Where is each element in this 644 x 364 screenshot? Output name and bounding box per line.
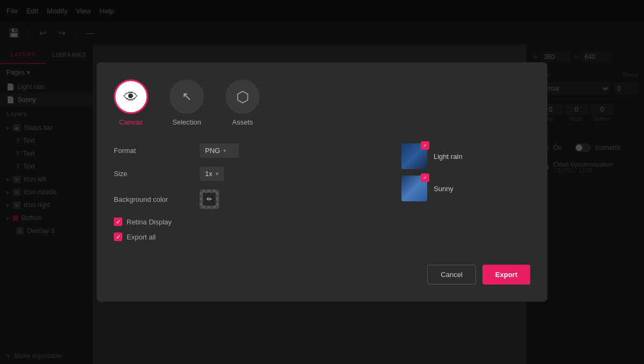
retina-label: Retina Display [127, 218, 172, 226]
canvas-tab-label: Canvas [119, 118, 143, 126]
preview-check-sunny[interactable]: ✓ [421, 173, 429, 182]
export-all-row: Export all [114, 232, 384, 241]
preview-item-light-rain: ✓ Light rain [401, 143, 530, 169]
modal-form: Format PNG ▾ Size 1x ▾ [114, 143, 384, 247]
dropdown-arrow-icon: ▾ [223, 148, 226, 154]
selection-tab-label: Selection [172, 118, 201, 126]
preview-thumb-container: ✓ [401, 143, 427, 169]
preview-label-sunny: Sunny [434, 185, 453, 193]
retina-checkbox[interactable] [114, 217, 122, 226]
size-row: Size 1x ▾ [114, 166, 384, 181]
format-value: PNG [205, 147, 220, 155]
size-label: Size [114, 170, 200, 178]
bg-color-swatch[interactable]: ✏ [200, 190, 219, 209]
size-dropdown[interactable]: 1x ▾ [200, 166, 224, 181]
modal-preview: ✓ Light rain ✓ Sunny [401, 143, 530, 247]
export-button[interactable]: Export [482, 265, 530, 285]
format-control: PNG ▾ [200, 143, 239, 158]
canvas-tab-icon: 👁 [114, 79, 148, 114]
selection-tab-icon: ↖ [170, 79, 204, 114]
assets-tab-label: Assets [232, 118, 253, 126]
modal-tab-assets[interactable]: ⬡ Assets [225, 79, 260, 126]
color-edit-icon[interactable]: ✏ [203, 193, 216, 206]
preview-thumb-container-sunny: ✓ [401, 176, 427, 201]
size-control: 1x ▾ [200, 166, 224, 181]
modal-body: Format PNG ▾ Size 1x ▾ [114, 143, 530, 247]
modal-tab-canvas[interactable]: 👁 Canvas [114, 79, 148, 126]
size-arrow-icon: ▾ [216, 171, 218, 177]
retina-row: Retina Display [114, 217, 384, 226]
bgcolor-label: Background color [114, 195, 200, 203]
format-row: Format PNG ▾ [114, 143, 384, 158]
preview-item-sunny: ✓ Sunny [401, 176, 530, 201]
assets-tab-icon: ⬡ [225, 79, 260, 114]
format-dropdown[interactable]: PNG ▾ [200, 143, 239, 158]
bgcolor-row: Background color ✏ [114, 190, 384, 209]
modal-overlay: 👁 Canvas ↖ Selection ⬡ Assets Format [0, 0, 644, 364]
format-label: Format [114, 147, 200, 155]
export-modal: 👁 Canvas ↖ Selection ⬡ Assets Format [97, 62, 547, 302]
export-all-label: Export all [127, 233, 156, 241]
modal-tab-selection[interactable]: ↖ Selection [170, 79, 204, 126]
bgcolor-control: ✏ [200, 190, 219, 209]
modal-tabs: 👁 Canvas ↖ Selection ⬡ Assets [114, 79, 530, 126]
modal-footer: Cancel Export [114, 265, 530, 285]
cancel-button[interactable]: Cancel [427, 265, 475, 285]
preview-label-light-rain: Light rain [434, 152, 462, 161]
preview-check-light-rain[interactable]: ✓ [421, 141, 429, 150]
size-value: 1x [205, 170, 213, 178]
export-all-checkbox[interactable] [114, 232, 122, 241]
